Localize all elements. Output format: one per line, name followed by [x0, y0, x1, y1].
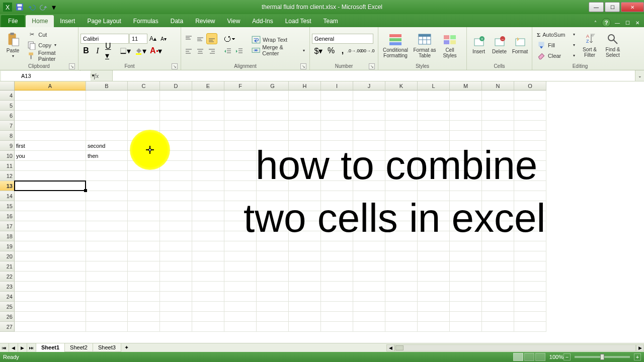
format-cells-button[interactable]: Format	[510, 29, 530, 61]
cell-J9[interactable]	[353, 141, 385, 151]
cell-E4[interactable]	[192, 90, 224, 101]
cell-N22[interactable]	[482, 272, 514, 282]
cell-A15[interactable]	[15, 201, 86, 211]
hscroll-right-icon[interactable]: ▶	[636, 344, 644, 351]
cell-M22[interactable]	[450, 272, 482, 282]
cell-C12[interactable]	[128, 171, 160, 181]
cell-O13[interactable]	[514, 181, 546, 191]
cell-G12[interactable]	[257, 171, 289, 181]
cell-N7[interactable]	[482, 121, 514, 131]
cell-D22[interactable]	[160, 272, 192, 282]
cell-E8[interactable]	[192, 131, 224, 141]
hscroll-track[interactable]	[394, 344, 636, 351]
cell-F18[interactable]	[224, 231, 257, 241]
cell-E25[interactable]	[192, 302, 224, 312]
cell-M20[interactable]	[450, 251, 482, 261]
cell-C26[interactable]	[128, 312, 160, 322]
cell-E5[interactable]	[192, 101, 224, 111]
window-close-doc-icon[interactable]: ✕	[634, 19, 641, 26]
cell-B18[interactable]	[86, 231, 128, 241]
cell-K15[interactable]	[385, 201, 418, 211]
cell-N18[interactable]	[482, 231, 514, 241]
tab-file[interactable]: File	[1, 15, 25, 27]
cell-A26[interactable]	[15, 312, 86, 322]
cell-F14[interactable]	[224, 191, 257, 201]
sort-filter-button[interactable]: AZSort & Filter	[579, 29, 601, 61]
hscroll-thumb[interactable]	[395, 345, 404, 350]
cell-B4[interactable]	[86, 90, 128, 101]
cell-O27[interactable]	[514, 322, 546, 332]
cell-O12[interactable]	[514, 171, 546, 181]
cell-E17[interactable]	[192, 221, 224, 231]
row-header-5[interactable]: 5	[0, 101, 15, 111]
cell-F15[interactable]	[224, 201, 257, 211]
cell-D27[interactable]	[160, 322, 192, 332]
cell-L24[interactable]	[418, 292, 450, 302]
conditional-formatting-button[interactable]: Conditional Formatting	[380, 29, 411, 61]
cell-C5[interactable]	[128, 101, 160, 111]
align-middle-button[interactable]	[195, 33, 206, 44]
cell-C8[interactable]	[128, 131, 160, 141]
cell-L6[interactable]	[418, 111, 450, 121]
maximize-button[interactable]: ☐	[605, 2, 620, 12]
formula-input[interactable]	[113, 70, 635, 81]
cell-I7[interactable]	[321, 121, 353, 131]
cell-G8[interactable]	[257, 131, 289, 141]
cell-A16[interactable]	[15, 211, 86, 221]
cell-A5[interactable]	[15, 101, 86, 111]
cell-B17[interactable]	[86, 221, 128, 231]
cell-K24[interactable]	[385, 292, 418, 302]
cell-B13[interactable]	[86, 181, 128, 191]
cell-B19[interactable]	[86, 241, 128, 251]
cell-J5[interactable]	[353, 101, 385, 111]
cell-K10[interactable]	[385, 151, 418, 161]
cell-O11[interactable]	[514, 161, 546, 171]
cell-D6[interactable]	[160, 111, 192, 121]
cell-F10[interactable]	[224, 151, 257, 161]
cell-H20[interactable]	[289, 251, 321, 261]
cell-O21[interactable]	[514, 261, 546, 272]
cell-K26[interactable]	[385, 312, 418, 322]
sheet-tab-sheet1[interactable]: Sheet1	[36, 343, 65, 352]
minimize-ribbon-icon[interactable]: ˄	[592, 19, 599, 26]
row-header-12[interactable]: 12	[0, 171, 15, 181]
cell-H17[interactable]	[289, 221, 321, 231]
cell-L10[interactable]	[418, 151, 450, 161]
cell-C27[interactable]	[128, 322, 160, 332]
cell-A7[interactable]	[15, 121, 86, 131]
cell-F7[interactable]	[224, 121, 257, 131]
cell-K23[interactable]	[385, 282, 418, 292]
cell-H13[interactable]	[289, 181, 321, 191]
cell-K20[interactable]	[385, 251, 418, 261]
row-header-24[interactable]: 24	[0, 292, 15, 302]
cell-M15[interactable]	[450, 201, 482, 211]
cell-M12[interactable]	[450, 171, 482, 181]
cell-B6[interactable]	[86, 111, 128, 121]
row-header-19[interactable]: 19	[0, 241, 15, 251]
cell-D15[interactable]	[160, 201, 192, 211]
cell-N24[interactable]	[482, 292, 514, 302]
cell-D13[interactable]	[160, 181, 192, 191]
cell-I14[interactable]	[321, 191, 353, 201]
cell-D11[interactable]	[160, 161, 192, 171]
cell-M8[interactable]	[450, 131, 482, 141]
cell-C18[interactable]	[128, 231, 160, 241]
help-icon[interactable]: ?	[602, 18, 611, 27]
cell-M13[interactable]	[450, 181, 482, 191]
sheet-nav-first-icon[interactable]: ⏮	[0, 343, 9, 352]
cell-D7[interactable]	[160, 121, 192, 131]
cell-J21[interactable]	[353, 261, 385, 272]
column-header-G[interactable]: G	[257, 81, 289, 90]
cell-A24[interactable]	[15, 292, 86, 302]
cell-G4[interactable]	[257, 90, 289, 101]
align-right-button[interactable]	[206, 46, 217, 57]
tab-load-test[interactable]: Load Test	[279, 15, 317, 27]
cell-D9[interactable]	[160, 141, 192, 151]
cell-B16[interactable]	[86, 211, 128, 221]
cell-D12[interactable]	[160, 171, 192, 181]
cell-F4[interactable]	[224, 90, 257, 101]
cell-D23[interactable]	[160, 282, 192, 292]
cell-L26[interactable]	[418, 312, 450, 322]
cell-J16[interactable]	[353, 211, 385, 221]
shrink-font-button[interactable]: A▾	[158, 34, 169, 44]
